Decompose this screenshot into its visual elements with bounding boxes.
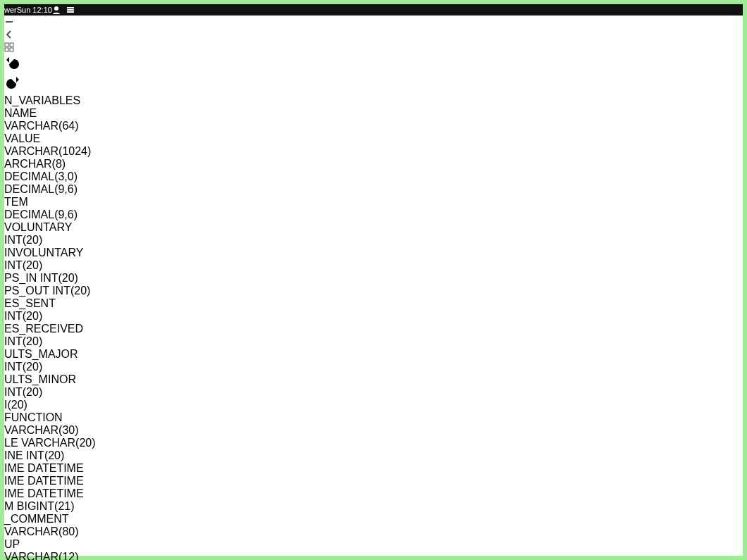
- menubar-clock: Sun 12:10: [17, 6, 52, 14]
- column-label: DECIMAL(3,0): [4, 170, 78, 182]
- column-row[interactable]: ARCHAR(8): [4, 158, 96, 170]
- back-button[interactable]: [4, 30, 743, 42]
- app-toolbar: [4, 4, 743, 94]
- column-label: DECIMAL(9,6): [4, 183, 78, 195]
- column-row[interactable]: ULTS_MINOR INT(20): [4, 373, 96, 399]
- column-label: ARCHAR(8): [4, 158, 66, 170]
- column-label: ULTS_MAJOR INT(20): [4, 348, 78, 373]
- schema-table-n_variables[interactable]: N_VARIABLESNAME VARCHAR(64)VALUE VARCHAR…: [4, 94, 96, 560]
- column-row[interactable]: DECIMAL(3,0): [4, 170, 96, 183]
- column-row[interactable]: UP VARCHAR(12): [4, 538, 96, 560]
- column-row[interactable]: _COMMENT VARCHAR(80): [4, 513, 96, 538]
- column-row[interactable]: VOLUNTARY INT(20): [4, 221, 96, 247]
- menubar-right-icons: [52, 6, 75, 14]
- column-row[interactable]: INE INT(20): [4, 449, 96, 462]
- user-icon: [52, 6, 61, 14]
- macos-menubar: wer Sun 12:10: [4, 4, 743, 15]
- column-label: VOLUNTARY INT(20): [4, 221, 72, 246]
- column-row[interactable]: LE VARCHAR(20): [4, 437, 96, 449]
- remove-button[interactable]: [4, 17, 743, 30]
- svg-rect-4: [5, 43, 8, 46]
- schema-canvas[interactable]: N_VARIABLESNAME VARCHAR(64)VALUE VARCHAR…: [4, 94, 743, 560]
- table-columns: NAME VARCHAR(64)VALUE VARCHAR(1024)ARCHA…: [4, 107, 96, 560]
- column-label: ES_RECEIVED INT(20): [4, 323, 83, 347]
- column-label: INVOLUNTARY INT(20): [4, 247, 83, 271]
- column-row[interactable]: INVOLUNTARY INT(20): [4, 247, 96, 272]
- column-row[interactable]: IME DATETIME: [4, 487, 96, 500]
- column-row[interactable]: VALUE VARCHAR(1024): [4, 132, 96, 158]
- column-row[interactable]: DECIMAL(9,6): [4, 183, 96, 196]
- column-label: TEM DECIMAL(9,6): [4, 196, 78, 220]
- column-label: _COMMENT VARCHAR(80): [4, 513, 79, 537]
- column-label: PS_OUT INT(20): [4, 285, 90, 297]
- column-row[interactable]: ES_RECEIVED INT(20): [4, 323, 96, 348]
- table-header[interactable]: N_VARIABLES: [4, 94, 96, 107]
- column-label: IME DATETIME: [4, 475, 84, 487]
- undo-button[interactable]: [4, 55, 743, 75]
- svg-rect-2: [67, 9, 74, 11]
- column-label: IME DATETIME: [4, 487, 84, 499]
- column-label: NAME VARCHAR(64): [4, 107, 79, 132]
- column-label: ES_SENT INT(20): [4, 297, 56, 322]
- column-row[interactable]: IME DATETIME: [4, 475, 96, 487]
- column-row[interactable]: TEM DECIMAL(9,6): [4, 196, 96, 221]
- grid-button[interactable]: [4, 42, 743, 55]
- column-label: M BIGINT(21): [4, 500, 75, 512]
- column-label: FUNCTION VARCHAR(30): [4, 411, 79, 436]
- svg-rect-6: [5, 48, 8, 51]
- column-label: VALUE VARCHAR(1024): [4, 132, 91, 157]
- column-label: I(20): [4, 399, 27, 411]
- column-row[interactable]: ES_SENT INT(20): [4, 297, 96, 323]
- column-label: INE INT(20): [4, 449, 64, 461]
- menubar-left: wer: [4, 6, 17, 14]
- svg-rect-7: [10, 48, 13, 51]
- column-row[interactable]: ULTS_MAJOR INT(20): [4, 348, 96, 373]
- column-row[interactable]: I(20): [4, 399, 96, 411]
- column-label: PS_IN INT(20): [4, 272, 78, 284]
- column-label: IME DATETIME: [4, 462, 84, 474]
- column-label: ULTS_MINOR INT(20): [4, 373, 76, 398]
- column-label: LE VARCHAR(20): [4, 437, 96, 449]
- redo-button[interactable]: [4, 75, 743, 94]
- column-row[interactable]: M BIGINT(21): [4, 500, 96, 513]
- svg-rect-1: [67, 7, 74, 8]
- svg-rect-5: [10, 43, 13, 46]
- menu-icon: [66, 6, 75, 14]
- svg-rect-3: [67, 11, 74, 13]
- column-label: UP VARCHAR(12): [4, 538, 79, 560]
- column-row[interactable]: PS_OUT INT(20): [4, 285, 96, 297]
- column-row[interactable]: FUNCTION VARCHAR(30): [4, 411, 96, 437]
- svg-point-0: [54, 6, 58, 11]
- column-row[interactable]: NAME VARCHAR(64): [4, 107, 96, 132]
- table-title: N_VARIABLES: [4, 94, 80, 106]
- column-row[interactable]: PS_IN INT(20): [4, 272, 96, 285]
- column-row[interactable]: IME DATETIME: [4, 462, 96, 475]
